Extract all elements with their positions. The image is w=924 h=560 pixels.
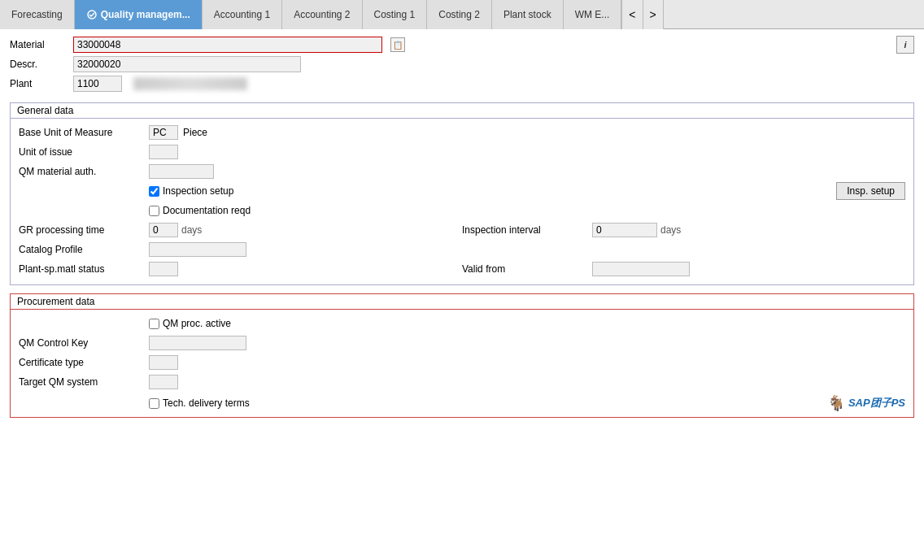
inspection-setup-checkbox[interactable] — [149, 186, 159, 197]
qm-proc-active-label[interactable]: QM proc. active — [149, 318, 231, 329]
plant-row: Plant — [10, 75, 914, 93]
tab-quality[interactable]: Quality managem... — [75, 0, 203, 29]
tab-accounting2[interactable]: Accounting 2 — [282, 0, 362, 29]
valid-from-col: Valid from — [462, 262, 905, 276]
insp-setup-button[interactable]: Insp. setup — [836, 182, 905, 200]
qm-control-key-row: QM Control Key — [19, 334, 905, 352]
procurement-data-body: QM proc. active QM Control Key Certifica… — [11, 310, 913, 417]
qm-control-key-input[interactable] — [149, 336, 246, 350]
plant-input[interactable] — [73, 76, 122, 92]
copy-icon[interactable]: 📋 — [390, 37, 405, 52]
material-label: Material — [10, 39, 67, 50]
gr-processing-col: GR processing time days — [19, 223, 462, 237]
qm-proc-active-row: QM proc. active — [19, 315, 905, 332]
tab-wme[interactable]: WM E... — [564, 0, 622, 29]
base-uom-row: Base Unit of Measure Piece — [19, 124, 905, 141]
insp-days-text: days — [660, 224, 681, 236]
plant-sp-matl-input[interactable] — [149, 262, 178, 276]
target-qm-system-input[interactable] — [149, 375, 178, 389]
certificate-type-row: Certificate type — [19, 354, 905, 371]
base-uom-text: Piece — [183, 127, 207, 138]
tab-plantstock[interactable]: Plant stock — [492, 0, 564, 29]
inspection-interval-label: Inspection interval — [462, 224, 592, 236]
main-content: Material 📋 i Descr. Plant General data B… — [0, 29, 924, 432]
documentation-reqd-text: Documentation reqd — [163, 205, 251, 216]
base-uom-input[interactable] — [149, 125, 178, 140]
general-data-body: Base Unit of Measure Piece Unit of issue… — [11, 119, 913, 284]
tab-bar: Forecasting Quality managem... Accountin… — [0, 0, 924, 29]
tab-accounting1[interactable]: Accounting 1 — [203, 0, 282, 29]
documentation-reqd-checkbox[interactable] — [149, 206, 159, 216]
unit-of-issue-label: Unit of issue — [19, 146, 149, 158]
insp-interval-input[interactable] — [592, 223, 657, 237]
info-button[interactable]: i — [896, 36, 914, 54]
plant-status-valid-row: Plant-sp.matl status Valid from — [19, 260, 905, 278]
qm-proc-active-checkbox[interactable] — [149, 319, 159, 329]
descr-label: Descr. — [10, 59, 67, 70]
tab-accounting1-label: Accounting 1 — [214, 9, 270, 20]
tech-delivery-text: Tech. delivery terms — [163, 397, 250, 409]
tab-forecasting-label: Forecasting — [11, 9, 63, 20]
descr-input[interactable] — [73, 56, 301, 72]
unit-of-issue-row: Unit of issue — [19, 143, 905, 161]
plant-sp-matl-label: Plant-sp.matl status — [19, 263, 149, 275]
catalog-profile-input[interactable] — [149, 242, 246, 257]
catalog-profile-label: Catalog Profile — [19, 244, 149, 255]
descr-row: Descr. — [10, 55, 914, 73]
tab-costing1[interactable]: Costing 1 — [363, 0, 428, 29]
inspection-setup-label[interactable]: Inspection setup — [149, 185, 233, 197]
tab-accounting2-label: Accounting 2 — [294, 9, 350, 20]
qm-material-auth-row: QM material auth. — [19, 163, 905, 180]
tech-delivery-checkbox[interactable] — [149, 398, 159, 409]
valid-from-input[interactable] — [592, 262, 690, 276]
catalog-profile-row: Catalog Profile — [19, 241, 905, 258]
target-qm-system-row: Target QM system — [19, 373, 905, 391]
plant-sp-matl-col: Plant-sp.matl status — [19, 262, 462, 276]
valid-from-label: Valid from — [462, 263, 592, 275]
plant-label: Plant — [10, 78, 67, 89]
inspection-interval-col: Inspection interval days — [462, 223, 905, 237]
base-uom-label: Base Unit of Measure — [19, 127, 149, 138]
qm-proc-active-text: QM proc. active — [163, 318, 231, 329]
inspection-setup-row: Inspection setup Insp. setup — [19, 182, 905, 200]
gr-days-input[interactable] — [149, 223, 178, 237]
documentation-reqd-label[interactable]: Documentation reqd — [149, 205, 251, 216]
qm-control-key-label: QM Control Key — [19, 337, 149, 349]
inspection-setup-text: Inspection setup — [163, 185, 233, 197]
tab-next-button[interactable]: > — [643, 0, 664, 29]
qm-material-auth-input[interactable] — [149, 164, 214, 179]
certificate-type-label: Certificate type — [19, 357, 149, 368]
procurement-data-section: Procurement data QM proc. active QM Cont… — [10, 293, 914, 418]
header-fields: Material 📋 i Descr. Plant — [10, 36, 914, 93]
sap-logo-text: SAP团子PS — [848, 396, 905, 410]
gr-days-text: days — [181, 224, 202, 236]
general-data-section: General data Base Unit of Measure Piece … — [10, 102, 914, 285]
tab-wme-label: WM E... — [575, 9, 610, 20]
general-data-title: General data — [11, 103, 913, 119]
tab-costing2[interactable]: Costing 2 — [427, 0, 492, 29]
plant-description-blurred — [133, 77, 247, 90]
tab-quality-label: Quality managem... — [101, 9, 190, 20]
gr-inspection-row: GR processing time days Inspection inter… — [19, 221, 905, 239]
gr-processing-label: GR processing time — [19, 224, 149, 236]
tab-costing2-label: Costing 2 — [438, 9, 480, 20]
tab-plantstock-label: Plant stock — [503, 9, 551, 20]
procurement-data-title: Procurement data — [11, 294, 913, 310]
quality-tab-icon — [86, 9, 98, 20]
documentation-reqd-row: Documentation reqd — [19, 202, 905, 219]
tab-costing1-label: Costing 1 — [374, 9, 416, 20]
target-qm-system-label: Target QM system — [19, 376, 149, 388]
sap-logo-area: 🐐 SAP团子PS — [827, 394, 905, 412]
qm-material-auth-label: QM material auth. — [19, 166, 149, 177]
unit-of-issue-input[interactable] — [149, 145, 178, 159]
tech-delivery-label[interactable]: Tech. delivery terms — [149, 397, 250, 409]
material-row: Material 📋 i — [10, 36, 914, 54]
sap-decorative-icon: 🐐 — [827, 394, 845, 412]
tab-forecasting[interactable]: Forecasting — [0, 0, 75, 29]
tech-delivery-sap-row: Tech. delivery terms 🐐 SAP团子PS — [19, 394, 905, 412]
tab-prev-button[interactable]: < — [621, 0, 642, 29]
certificate-type-input[interactable] — [149, 355, 178, 370]
material-input[interactable] — [73, 37, 382, 53]
